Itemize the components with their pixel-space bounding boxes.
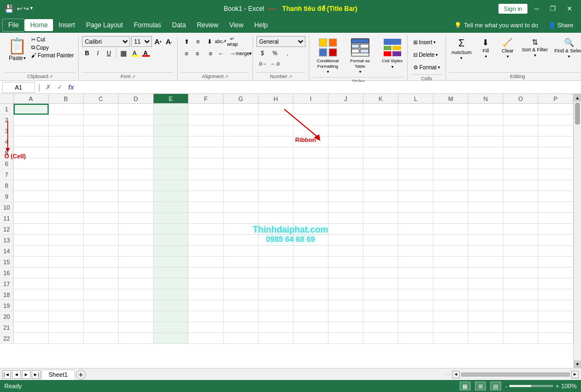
indent-dec-button[interactable]: ← (215, 48, 226, 59)
find-dropdown[interactable]: ▾ (568, 54, 570, 59)
row-num-4[interactable]: 4 (0, 136, 14, 147)
cell-b18[interactable] (49, 289, 84, 300)
dec-dec-button[interactable]: ←.0 (269, 59, 281, 69)
sign-in-button[interactable]: Sign in (498, 4, 528, 14)
cell-l12[interactable] (398, 224, 433, 235)
cell-m2[interactable] (433, 115, 468, 126)
sheet-nav-first[interactable]: |◄ (2, 370, 11, 379)
cell-p15[interactable] (538, 257, 573, 268)
cell-h21[interactable] (259, 322, 294, 333)
cell-i12[interactable] (294, 224, 328, 235)
menu-review[interactable]: Review (191, 19, 224, 31)
cell-a13[interactable] (14, 235, 49, 246)
cell-j3[interactable] (328, 126, 363, 136)
currency-button[interactable]: $ (256, 48, 268, 58)
cell-m19[interactable] (433, 300, 468, 311)
cell-f4[interactable] (189, 136, 224, 147)
cell-c10[interactable] (84, 202, 119, 213)
clipboard-label[interactable]: Clipboard ↗ (5, 72, 75, 80)
insert-function-button[interactable]: fx (67, 84, 76, 91)
cell-c8[interactable] (84, 180, 119, 191)
cell-d2[interactable] (119, 115, 154, 126)
cell-m15[interactable] (433, 257, 468, 268)
col-header-e[interactable]: E (154, 94, 189, 103)
cell-b6[interactable] (49, 158, 84, 169)
copy-button[interactable]: ⧉ Copy (30, 44, 75, 51)
cell-b14[interactable] (49, 246, 84, 257)
cell-a7[interactable] (14, 169, 49, 180)
cell-g22[interactable] (224, 333, 259, 344)
cell-h7[interactable] (259, 169, 294, 180)
cell-b19[interactable] (49, 300, 84, 311)
cell-g4[interactable] (224, 136, 259, 147)
cell-o11[interactable] (503, 213, 538, 224)
cell-n10[interactable] (468, 202, 503, 213)
fill-dropdown[interactable]: ▾ (485, 54, 487, 59)
cell-o14[interactable] (503, 246, 538, 257)
cell-g9[interactable] (224, 191, 259, 202)
cell-o1[interactable] (503, 104, 538, 115)
cell-k4[interactable] (363, 136, 398, 147)
cell-k8[interactable] (363, 180, 398, 191)
cell-o7[interactable] (503, 169, 538, 180)
cell-d9[interactable] (119, 191, 154, 202)
delete-dropdown[interactable]: ▾ (436, 52, 438, 57)
cell-c15[interactable] (84, 257, 119, 268)
cell-a2[interactable] (14, 115, 49, 126)
cell-b5[interactable] (49, 147, 84, 158)
cell-d22[interactable] (119, 333, 154, 344)
cell-h16[interactable] (259, 268, 294, 278)
cell-b17[interactable] (49, 278, 84, 289)
cell-p11[interactable] (538, 213, 573, 224)
cell-i9[interactable] (294, 191, 328, 202)
cell-f8[interactable] (189, 180, 224, 191)
cell-a12[interactable] (14, 224, 49, 235)
cell-j13[interactable] (328, 235, 363, 246)
cell-o2[interactable] (503, 115, 538, 126)
col-header-l[interactable]: L (398, 94, 433, 103)
cell-a20[interactable] (14, 311, 49, 322)
top-align-button[interactable]: ⬆ (181, 36, 192, 47)
cell-e14[interactable] (154, 246, 189, 257)
cell-e19[interactable] (154, 300, 189, 311)
cell-k1[interactable] (363, 104, 398, 115)
cell-m16[interactable] (433, 268, 468, 278)
cell-d6[interactable] (119, 158, 154, 169)
cell-h12[interactable] (259, 224, 294, 235)
cell-l11[interactable] (398, 213, 433, 224)
cell-j6[interactable] (328, 158, 363, 169)
increase-font-button[interactable]: A+ (153, 37, 163, 46)
cell-k14[interactable] (363, 246, 398, 257)
cell-f20[interactable] (189, 311, 224, 322)
share-button[interactable]: 👤 Share (543, 20, 579, 31)
cell-d15[interactable] (119, 257, 154, 268)
cell-j7[interactable] (328, 169, 363, 180)
cell-d18[interactable] (119, 289, 154, 300)
cell-i15[interactable] (294, 257, 328, 268)
cell-c3[interactable] (84, 126, 119, 136)
cell-b20[interactable] (49, 311, 84, 322)
bold-button[interactable]: B (82, 48, 92, 58)
cell-g6[interactable] (224, 158, 259, 169)
cell-m5[interactable] (433, 147, 468, 158)
row-num-19[interactable]: 19 (0, 300, 14, 311)
cell-c14[interactable] (84, 246, 119, 257)
cell-l21[interactable] (398, 322, 433, 333)
cell-b16[interactable] (49, 268, 84, 278)
cell-k11[interactable] (363, 213, 398, 224)
middle-align-button[interactable]: ≡ (192, 36, 203, 47)
cell-l7[interactable] (398, 169, 433, 180)
cell-d21[interactable] (119, 322, 154, 333)
cell-j4[interactable] (328, 136, 363, 147)
cell-b7[interactable] (49, 169, 84, 180)
row-num-17[interactable]: 17 (0, 278, 14, 289)
format-table-dropdown[interactable]: ▾ (359, 69, 361, 74)
cell-p13[interactable] (538, 235, 573, 246)
page-break-view-button[interactable]: ▤ (490, 382, 501, 390)
cell-d8[interactable] (119, 180, 154, 191)
cell-m14[interactable] (433, 246, 468, 257)
cell-n16[interactable] (468, 268, 503, 278)
cell-e15[interactable] (154, 257, 189, 268)
cell-p14[interactable] (538, 246, 573, 257)
cell-f22[interactable] (189, 333, 224, 344)
